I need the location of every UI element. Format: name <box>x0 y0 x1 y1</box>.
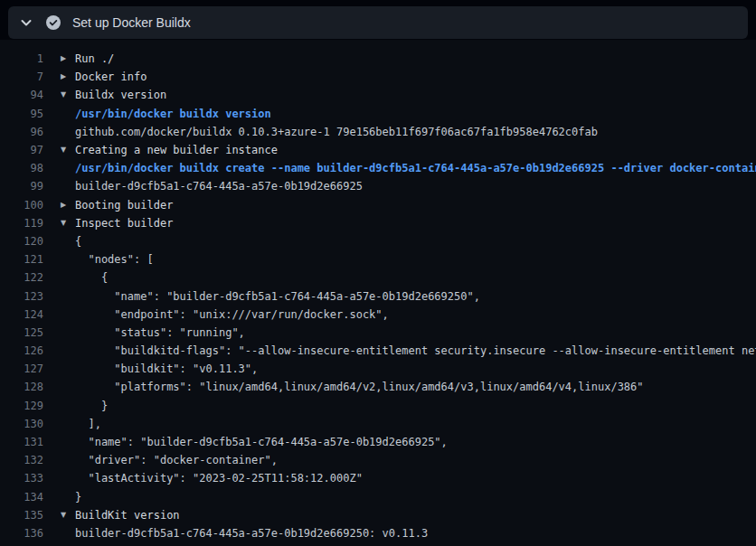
group-title: Run ./ <box>75 52 114 65</box>
log-line: 98/usr/bin/docker buildx create --name b… <box>0 159 756 177</box>
log-area: 1▶Run ./7▶Docker info94▼Buildx version95… <box>0 40 756 546</box>
log-line: 124 "endpoint": "unix:///var/run/docker.… <box>0 306 756 324</box>
group-title: BuildKit version <box>75 509 180 522</box>
line-number[interactable]: 128 <box>0 381 43 393</box>
log-text: { <box>75 271 108 284</box>
log-line: 136builder-d9cfb5a1-c764-445a-a57e-0b19d… <box>0 524 756 542</box>
line-number[interactable]: 94 <box>0 89 43 101</box>
chevron-down-icon[interactable]: ▼ <box>43 214 75 232</box>
line-number[interactable]: 122 <box>0 271 43 284</box>
chevron-right-icon[interactable]: ▶ <box>43 50 75 68</box>
log-line: 129 } <box>0 397 756 415</box>
group-title: Buildx version <box>75 89 166 101</box>
line-number[interactable]: 135 <box>0 509 43 522</box>
line-number[interactable]: 131 <box>0 436 43 448</box>
log-group-line[interactable]: 135▼BuildKit version <box>0 506 756 524</box>
log-line: 96github.com/docker/buildx 0.10.3+azure-… <box>0 123 756 141</box>
line-number[interactable]: 99 <box>0 180 43 193</box>
log-line: 121 "nodes": [ <box>0 250 756 268</box>
line-number[interactable]: 119 <box>0 217 43 230</box>
log-line: 128 "platforms": "linux/amd64,linux/amd6… <box>0 378 756 396</box>
line-number[interactable]: 126 <box>0 344 43 357</box>
line-number[interactable]: 127 <box>0 362 43 375</box>
log-line: 131 "name": "builder-d9cfb5a1-c764-445a-… <box>0 433 756 451</box>
log-line: 122 { <box>0 268 756 287</box>
line-number[interactable]: 125 <box>0 326 43 339</box>
step-header[interactable]: Set up Docker Buildx <box>8 6 748 39</box>
log-line: 130 ], <box>0 415 756 433</box>
log-text: "buildkitd-flags": "--allow-insecure-ent… <box>75 344 756 357</box>
log-group-line[interactable]: 7▶Docker info <box>0 68 756 86</box>
log-text: builder-d9cfb5a1-c764-445a-a57e-0b19d2e6… <box>75 527 428 540</box>
log-text: } <box>75 400 108 412</box>
line-number[interactable]: 124 <box>0 308 43 321</box>
group-title: Creating a new builder instance <box>75 144 278 156</box>
line-number[interactable]: 98 <box>0 162 43 174</box>
chevron-down-icon[interactable]: ▼ <box>43 86 75 104</box>
log-lines: 1▶Run ./7▶Docker info94▼Buildx version95… <box>0 50 756 542</box>
log-text: "buildkit": "v0.11.3", <box>75 362 258 375</box>
log-text: } <box>75 491 81 504</box>
log-text: "status": "running", <box>75 326 245 339</box>
line-number[interactable]: 120 <box>0 235 43 248</box>
line-number[interactable]: 7 <box>0 71 43 83</box>
log-group-line[interactable]: 94▼Buildx version <box>0 86 756 104</box>
line-number[interactable]: 95 <box>0 108 43 120</box>
line-number[interactable]: 100 <box>0 199 43 212</box>
chevron-down-icon[interactable]: ▼ <box>43 141 75 159</box>
line-number[interactable]: 133 <box>0 472 43 485</box>
log-text: "platforms": "linux/amd64,linux/amd64/v2… <box>75 381 644 393</box>
log-group-line[interactable]: 119▼Inspect builder <box>0 214 756 232</box>
line-number[interactable]: 96 <box>0 126 43 138</box>
line-number[interactable]: 97 <box>0 144 43 156</box>
log-line: 123 "name": "builder-d9cfb5a1-c764-445a-… <box>0 287 756 305</box>
log-text: "name": "builder-d9cfb5a1-c764-445a-a57e… <box>75 436 448 448</box>
line-number[interactable]: 129 <box>0 400 43 412</box>
log-text: ], <box>75 418 101 430</box>
log-line: 127 "buildkit": "v0.11.3", <box>0 360 756 378</box>
log-text: "endpoint": "unix:///var/run/docker.sock… <box>75 308 389 321</box>
chevron-down-icon[interactable] <box>19 15 33 30</box>
log-line: 120{ <box>0 232 756 250</box>
log-group-line[interactable]: 100▶Booting builder <box>0 196 756 214</box>
step-title: Set up Docker Buildx <box>72 15 191 30</box>
log-text: "lastActivity": "2023-02-25T11:58:12.000… <box>75 472 363 485</box>
log-line: 134} <box>0 488 756 506</box>
log-line: 125 "status": "running", <box>0 324 756 342</box>
log-line: 99builder-d9cfb5a1-c764-445a-a57e-0b19d2… <box>0 177 756 195</box>
log-line: 133 "lastActivity": "2023-02-25T11:58:12… <box>0 469 756 487</box>
log-group-line[interactable]: 97▼Creating a new builder instance <box>0 141 756 159</box>
command-text: /usr/bin/docker buildx create --name bui… <box>75 162 756 174</box>
chevron-right-icon[interactable]: ▶ <box>43 68 75 86</box>
log-line: 126 "buildkitd-flags": "--allow-insecure… <box>0 342 756 360</box>
log-text: builder-d9cfb5a1-c764-445a-a57e-0b19d2e6… <box>75 180 363 193</box>
group-title: Booting builder <box>75 199 173 212</box>
log-text: "driver": "docker-container", <box>75 454 278 466</box>
log-group-line[interactable]: 1▶Run ./ <box>0 50 756 68</box>
chevron-right-icon[interactable]: ▶ <box>43 196 75 214</box>
command-text: /usr/bin/docker buildx version <box>75 108 271 120</box>
line-number[interactable]: 130 <box>0 418 43 430</box>
line-number[interactable]: 121 <box>0 253 43 266</box>
check-circle-icon <box>46 15 61 30</box>
log-text: { <box>75 235 81 248</box>
log-line: 95/usr/bin/docker buildx version <box>0 105 756 123</box>
line-number[interactable]: 134 <box>0 491 43 504</box>
log-text: "name": "builder-d9cfb5a1-c764-445a-a57e… <box>75 290 480 303</box>
line-number[interactable]: 132 <box>0 454 43 466</box>
chevron-down-icon[interactable]: ▼ <box>43 506 75 524</box>
line-number[interactable]: 123 <box>0 290 43 303</box>
group-title: Inspect builder <box>75 217 173 230</box>
line-number[interactable]: 136 <box>0 527 43 540</box>
log-line: 132 "driver": "docker-container", <box>0 451 756 469</box>
log-text: "nodes": [ <box>75 253 154 266</box>
log-text: github.com/docker/buildx 0.10.3+azure-1 … <box>75 126 598 138</box>
line-number[interactable]: 1 <box>0 52 43 65</box>
group-title: Docker info <box>75 71 146 83</box>
